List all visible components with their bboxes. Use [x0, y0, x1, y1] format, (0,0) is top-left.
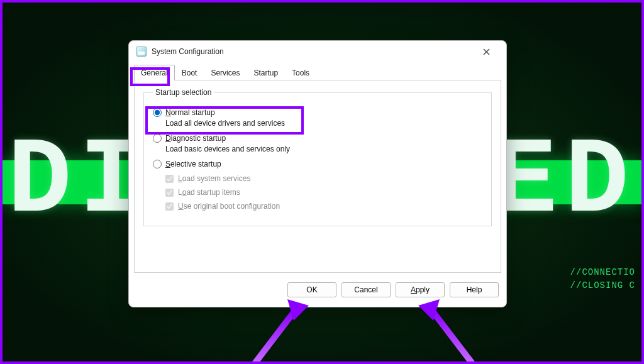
- radio-diagnostic-startup[interactable]: Diagnostic startup: [153, 134, 482, 143]
- tab-startup[interactable]: Startup: [247, 65, 285, 80]
- option-diagnostic: Diagnostic startup Load basic devices an…: [153, 134, 482, 153]
- dialog-footer: OK Cancel Apply Help: [129, 278, 506, 307]
- check-load-system-services: Load system services: [165, 174, 482, 183]
- close-button[interactable]: [474, 43, 499, 60]
- check-original-boot-config-input: [165, 202, 174, 211]
- radio-selective-label: Selective startup: [165, 160, 221, 168]
- check-load-system-services-input: [165, 175, 174, 183]
- option-selective: Selective startup Load system services L…: [153, 160, 482, 211]
- radio-selective-startup[interactable]: Selective startup: [153, 160, 482, 168]
- msconfig-icon: [136, 47, 147, 57]
- titlebar: System Configuration: [129, 41, 506, 62]
- tabstrip: General Boot Services Startup Tools: [129, 62, 506, 80]
- system-configuration-dialog: System Configuration General Boot Servic…: [128, 40, 507, 307]
- option-normal: Normal startup Load all device drivers a…: [153, 108, 482, 128]
- radio-diagnostic-desc: Load basic devices and services only: [165, 145, 482, 153]
- help-button[interactable]: Help: [450, 282, 499, 297]
- tab-services[interactable]: Services: [204, 65, 247, 80]
- group-legend: Startup selection: [153, 88, 214, 97]
- check-load-startup-items-input: [165, 189, 174, 197]
- tab-tools[interactable]: Tools: [285, 65, 316, 80]
- check-load-system-services-label: Load system services: [178, 174, 250, 183]
- radio-diagnostic-input[interactable]: [153, 134, 162, 143]
- ok-button[interactable]: OK: [287, 282, 336, 297]
- radio-selective-input[interactable]: [153, 160, 162, 168]
- radio-normal-startup[interactable]: Normal startup: [153, 108, 482, 117]
- tab-general[interactable]: General: [134, 65, 175, 80]
- radio-normal-input[interactable]: [153, 108, 162, 117]
- background-side-text: //CONNECTIO //CLOSING C: [570, 266, 635, 292]
- check-load-startup-items-label: Load startup items: [178, 188, 240, 197]
- startup-selection-group: Startup selection Normal startup Load al…: [143, 88, 492, 226]
- radio-normal-label: Normal startup: [165, 108, 215, 117]
- dialog-title: System Configuration: [152, 47, 469, 56]
- radio-normal-desc: Load all device drivers and services: [165, 119, 482, 128]
- radio-diagnostic-label: Diagnostic startup: [165, 134, 226, 143]
- tab-panel-general: Startup selection Normal startup Load al…: [134, 80, 501, 273]
- selective-subchecks: Load system services Load startup items …: [165, 174, 482, 211]
- check-load-startup-items: Load startup items: [165, 188, 482, 197]
- close-icon: [483, 48, 490, 55]
- apply-button[interactable]: Apply: [396, 282, 445, 297]
- check-original-boot-config-label: Use original boot configuration: [178, 202, 280, 211]
- check-original-boot-config: Use original boot configuration: [165, 202, 482, 211]
- cancel-button[interactable]: Cancel: [341, 282, 391, 297]
- tab-boot[interactable]: Boot: [175, 65, 204, 80]
